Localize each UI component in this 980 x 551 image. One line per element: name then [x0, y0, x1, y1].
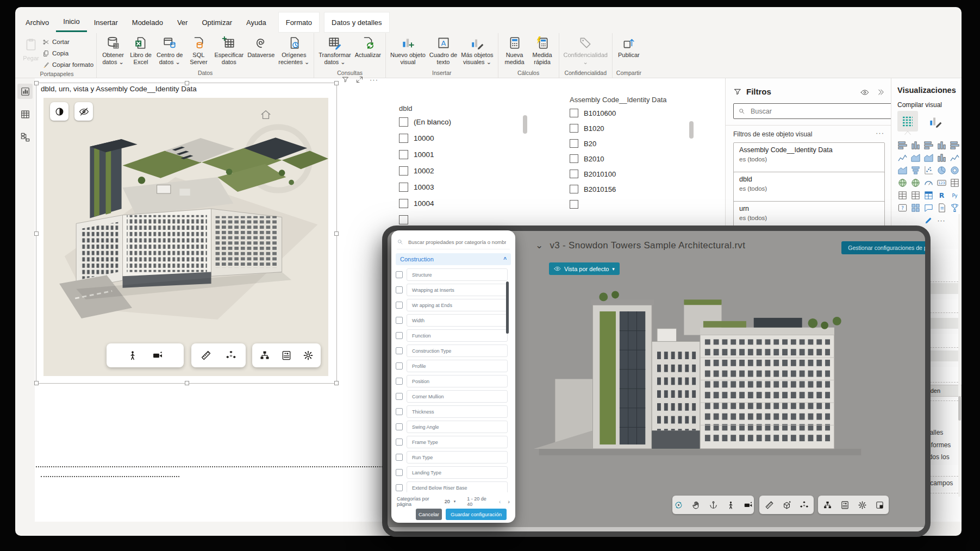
slicer-scrollbar[interactable] — [689, 121, 694, 139]
checkbox[interactable] — [570, 124, 578, 133]
clipboard-button[interactable]: Copia — [42, 48, 93, 58]
explode-icon[interactable] — [226, 350, 236, 361]
checkbox[interactable] — [399, 166, 408, 176]
stacked-area-chart-icon[interactable] — [922, 152, 935, 164]
checkbox[interactable] — [399, 150, 408, 159]
slicer-item[interactable]: 10003 — [399, 183, 524, 192]
pan-hand-icon[interactable] — [691, 500, 701, 510]
map-icon[interactable] — [896, 177, 909, 189]
checkbox[interactable] — [396, 362, 403, 370]
measure-icon[interactable] — [201, 350, 211, 361]
resize-handle[interactable] — [185, 81, 189, 85]
settings-gear-icon[interactable] — [858, 500, 867, 510]
property-row[interactable]: Thickness — [396, 405, 508, 418]
checkbox[interactable] — [396, 378, 403, 385]
slicer-item[interactable]: B2010 — [570, 154, 697, 163]
paginated-report-icon[interactable] — [935, 202, 948, 214]
slicer-scrollbar[interactable] — [523, 115, 527, 134]
table-visual-icon[interactable] — [909, 189, 922, 202]
property-row[interactable]: Landing Type — [396, 466, 508, 479]
checkbox[interactable] — [399, 117, 408, 127]
property-row[interactable]: Structure — [396, 268, 508, 281]
format-visual-icon[interactable] — [928, 114, 942, 128]
checkbox[interactable] — [399, 199, 408, 208]
slicer-item[interactable]: 10004 — [399, 199, 524, 208]
data-view-button[interactable] — [17, 107, 33, 122]
property-row[interactable]: Position — [396, 375, 508, 387]
filled-map-icon[interactable] — [909, 177, 922, 189]
checkbox[interactable] — [570, 200, 578, 209]
clustered-bar-chart-icon[interactable] — [922, 139, 935, 152]
resize-handle[interactable] — [334, 231, 339, 236]
checkbox[interactable] — [396, 347, 403, 354]
checkbox[interactable] — [399, 134, 408, 143]
first-person-icon[interactable] — [726, 500, 735, 510]
checkbox[interactable] — [396, 286, 403, 293]
line-chart-icon[interactable] — [896, 152, 909, 164]
next-page-button[interactable]: › — [508, 498, 510, 505]
caret-down-icon[interactable]: ▾ — [454, 499, 456, 504]
checkbox[interactable] — [396, 302, 403, 309]
property-row[interactable]: Function — [396, 329, 508, 342]
ribbon-button[interactable]: Medida rápida — [529, 34, 556, 65]
tab-inicio[interactable]: Inicio — [56, 12, 86, 32]
category-construction-header[interactable]: Construction ^ — [396, 253, 511, 265]
tab-datos-y-detalles[interactable]: Datos y detalles — [324, 12, 389, 32]
tab-insertar[interactable]: Insertar — [87, 12, 125, 32]
slicer-item[interactable]: 10001 — [399, 150, 524, 159]
checkbox[interactable] — [570, 170, 578, 178]
tab-archivo[interactable]: Archivo — [18, 12, 56, 32]
tab-formato[interactable]: Formato — [279, 12, 319, 32]
paste-button[interactable]: Pegar — [20, 34, 42, 61]
slicer-item[interactable]: B2010100 — [570, 170, 697, 178]
property-row[interactable]: Run Type — [396, 451, 508, 464]
stacked-column-chart-icon[interactable] — [909, 139, 922, 152]
ribbon-chart-icon[interactable] — [896, 164, 909, 177]
ribbon-button[interactable]: SQL Server — [185, 34, 212, 65]
slicer-item[interactable]: 10000 — [399, 134, 524, 143]
slicer-icon[interactable] — [896, 189, 909, 202]
properties-icon[interactable] — [840, 500, 850, 510]
filter-card[interactable]: Assembly Code__Identity Data es (todos) — [733, 142, 885, 175]
model-view-button[interactable] — [17, 129, 33, 145]
property-row[interactable]: Wrapping at Inserts — [396, 284, 508, 296]
table-icon[interactable] — [948, 177, 961, 189]
line-combo-chart-icon[interactable] — [948, 152, 961, 164]
ribbon-button[interactable]: Especificar datos — [213, 34, 245, 65]
checkbox[interactable] — [396, 469, 403, 476]
prev-page-button[interactable]: ‹ — [499, 498, 501, 505]
ribbon-button[interactable]: Dataverse — [246, 34, 276, 59]
collapse-caret-icon[interactable]: ⌄ — [535, 240, 544, 251]
model-browser-icon[interactable] — [259, 350, 270, 361]
screenshot-icon[interactable] — [875, 500, 884, 510]
publish-button[interactable]: Publicar — [615, 34, 642, 59]
tab-ayuda[interactable]: Ayuda — [239, 12, 273, 32]
property-row[interactable]: Profile — [396, 360, 508, 372]
save-settings-button[interactable]: Guardar configuración — [446, 509, 507, 520]
sensitivity-button[interactable]: Confidencialidad ⌄ — [562, 34, 609, 65]
properties-icon[interactable] — [281, 350, 292, 361]
ribbon-button[interactable]: Cuadro de texto — [428, 34, 459, 65]
checkbox[interactable] — [399, 215, 408, 224]
section-box-icon[interactable] — [782, 500, 791, 510]
checkbox[interactable] — [396, 393, 403, 400]
get-more-visuals-button[interactable]: ··· — [935, 214, 948, 227]
slicer-item[interactable]: B2010156 — [570, 185, 697, 193]
scatter-chart-icon[interactable] — [922, 164, 935, 177]
power-apps-icon[interactable] — [909, 202, 922, 214]
clipboard-button[interactable]: Copiar formato — [42, 60, 93, 70]
camera-icon[interactable] — [744, 500, 753, 510]
checkbox[interactable] — [570, 154, 578, 163]
slicer-item[interactable]: B20 — [570, 139, 697, 148]
matrix-icon[interactable] — [922, 189, 935, 202]
slicer-item-partial[interactable] — [570, 200, 697, 209]
slicer-item[interactable]: B1010600 — [570, 109, 697, 117]
r-visual-icon[interactable] — [935, 189, 948, 202]
cancel-button[interactable]: Cancelar — [416, 509, 442, 520]
viewer-3d-canvas[interactable] — [43, 98, 328, 376]
home-view-icon[interactable] — [260, 109, 272, 121]
resize-handle[interactable] — [34, 231, 39, 236]
resize-handle[interactable] — [185, 381, 189, 385]
resize-handle[interactable] — [34, 81, 39, 85]
ribbon-button[interactable]: Obtener datos ⌄ — [99, 34, 127, 65]
